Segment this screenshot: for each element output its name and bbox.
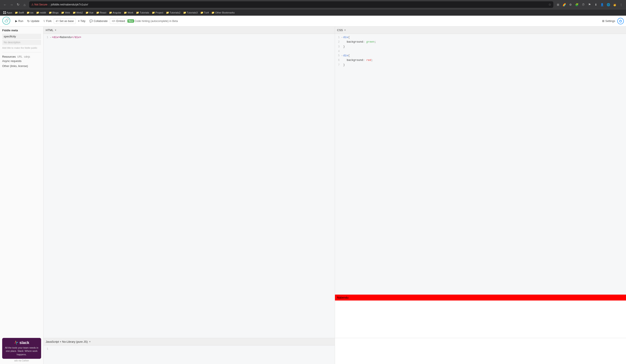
tag-icon: 🏷 [56, 20, 59, 23]
slack-brand-icon [14, 340, 18, 345]
js-panel-dropdown[interactable]: ▼ [89, 340, 91, 343]
css-close-2: } [343, 63, 345, 67]
slack-logo-text: slack [19, 340, 29, 345]
bookmark-swift[interactable]: 📁Swift [14, 11, 25, 15]
js-code-editor[interactable]: 1 [43, 346, 335, 364]
clock-icon[interactable]: ⏱ [580, 2, 586, 7]
css-prop-background-2: background [347, 59, 363, 62]
bookmark-project[interactable]: 📁Project [151, 11, 164, 15]
result-bottom-panel [335, 338, 626, 364]
sidebar-divider-1 [2, 52, 41, 52]
embed-button[interactable]: </> Embed [110, 18, 127, 24]
flag-icon[interactable]: ⚑ [587, 2, 592, 7]
bookmark-apps[interactable]: Apps [2, 11, 13, 14]
bookmark-work[interactable]: 📁Work [123, 11, 134, 15]
html-panel-label: HTML [46, 29, 53, 32]
bookmark-reddit[interactable]: 📁reddit [35, 11, 47, 15]
power-button[interactable] [617, 18, 624, 24]
folder-icon: 📁 [124, 11, 127, 14]
slack-ad[interactable]: slack All the tools your team needs in o… [2, 338, 41, 359]
async-requests-item[interactable]: Async requests [2, 59, 41, 63]
fold-arrow-css-5[interactable]: ▾ [342, 53, 343, 58]
bottom-editors-row: JavaScript + No-Library (pure JS) ▼ 1 [43, 338, 626, 364]
css-code-editor[interactable]: 1 ▾ div{ 2 ▾ background: green; [335, 34, 626, 294]
cdnjs-link[interactable]: cdnjs [24, 55, 30, 58]
bookmark-tut4[interactable]: 📁Tut4 [199, 11, 210, 15]
url-link[interactable]: URL [17, 55, 22, 58]
css-panel-dropdown[interactable]: ▼ [344, 29, 346, 31]
bookmarks-bar: Apps 📁Swift 📁ios 📁reddit 📁Blogs 📁Web 📁We… [0, 9, 626, 16]
app-wrapper: ← → ↻ ⌂ ⚠ Not Secure | jsfiddle.net/nabe… [0, 0, 626, 364]
person-icon[interactable]: 👤 [599, 2, 605, 7]
js-line-1: 1 [43, 347, 335, 351]
sidebar: Fiddle meta No description Add title to … [0, 27, 43, 364]
css-panel-header: CSS ▼ [335, 27, 626, 34]
css-line-5: 5 ▾ div{ [335, 53, 626, 58]
fold-arrow-1[interactable]: ▾ [50, 35, 51, 39]
svg-rect-2 [16, 343, 17, 345]
bookmark-web[interactable]: 📁Web [60, 11, 71, 15]
run-button[interactable]: ▶ Run [13, 18, 25, 24]
bookmark-other-bookmarks[interactable]: 📁Other Bookmarks [210, 11, 235, 15]
bookmark-tutorials3[interactable]: 📁Tutorials3 [182, 11, 199, 15]
html-code-editor[interactable]: 1 ▾ <div>Nabendu</div> [43, 34, 335, 338]
bookmark-vue[interactable]: 📁Vue [84, 11, 95, 15]
bookmark-angular[interactable]: 📁Angular [108, 11, 122, 15]
editors-container: HTML ▼ 1 ▾ <div>Nabendu</div> [43, 27, 626, 364]
fiddle-name-input[interactable] [2, 34, 41, 39]
css-panel-label: CSS [337, 29, 343, 32]
css-val-green: green [366, 40, 375, 43]
puzzle-icon[interactable]: 🧩 [574, 2, 580, 7]
home-button[interactable]: ⌂ [22, 2, 27, 7]
download-icon[interactable]: ⬇ [593, 2, 599, 7]
resources-row: Resources URL cdnjs [2, 55, 41, 58]
resources-label: Resources [2, 55, 16, 58]
avatar-icon[interactable]: 🧑 [612, 2, 618, 7]
folder-icon: 📁 [27, 11, 30, 14]
other-item[interactable]: Other (links, license) [2, 64, 41, 68]
folder-icon: 📁 [166, 11, 169, 14]
refresh-button[interactable]: ↻ [15, 2, 21, 7]
back-button[interactable]: ← [2, 2, 8, 7]
tidy-button[interactable]: ≡ Tidy [76, 18, 87, 24]
forward-button[interactable]: → [9, 2, 14, 7]
js-panel-header: JavaScript + No-Library (pure JS) ▼ [43, 338, 335, 346]
css-selector-2: div [343, 53, 348, 58]
bookmark-web2[interactable]: 📁Web2 [72, 11, 84, 15]
fork-button[interactable]: ⑂ Fork [41, 18, 53, 24]
folder-icon: 📁 [36, 11, 39, 14]
close-tag-div: </div> [71, 35, 81, 40]
slack-logo: slack [5, 340, 39, 345]
bookmark-blogs[interactable]: 📁Blogs [48, 11, 60, 15]
svg-rect-4 [17, 342, 18, 343]
css-line-1: 1 ▾ div{ [335, 35, 626, 40]
fold-arrow-css-1[interactable]: ▾ [342, 35, 343, 39]
sidebar-ad: slack All the tools your team needs in o… [2, 338, 41, 362]
apps-icon [3, 11, 6, 14]
folder-icon: 📁 [211, 11, 214, 14]
folder-icon: 📁 [15, 11, 18, 14]
star-icon[interactable]: ☆ [548, 3, 551, 6]
fiddle-meta-title: Fiddle meta [2, 29, 41, 32]
address-bar[interactable]: ⚠ Not Secure | jsfiddle.net/nabendu/pk7x… [29, 1, 553, 8]
bookmark-tutorials2[interactable]: 📁Tutorials2 [165, 11, 182, 15]
bookmark-ios[interactable]: 📁ios [25, 11, 35, 15]
html-panel-header: HTML ▼ [43, 27, 335, 34]
fiddle-description[interactable]: No description [2, 40, 41, 45]
html-panel: HTML ▼ 1 ▾ <div>Nabendu</div> [43, 27, 335, 338]
settings-button[interactable]: ⊞ Settings [600, 18, 617, 24]
collaborate-button[interactable]: 💬 Collaborate [88, 18, 109, 24]
bookmark-react[interactable]: 📁React [95, 11, 108, 15]
html-panel-dropdown[interactable]: ▼ [54, 29, 57, 31]
profile-icon[interactable]: 🌈 [561, 2, 567, 7]
jsfiddle-logo[interactable] [2, 17, 10, 25]
css-line-3: 3 ▾ } [335, 45, 626, 49]
extensions-icon[interactable]: ⊞ [555, 2, 561, 7]
menu-dots-icon[interactable]: ⋮ [618, 2, 624, 7]
globe-icon[interactable]: 🌐 [606, 2, 611, 7]
svg-point-0 [3, 17, 10, 24]
set-as-base-button[interactable]: 🏷 Set as base [54, 18, 76, 24]
bookmark-tutorials[interactable]: 📁Tutorials [135, 11, 150, 15]
update-button[interactable]: ↻ Update [25, 18, 41, 24]
gear-icon[interactable]: ⚙ [568, 2, 573, 7]
